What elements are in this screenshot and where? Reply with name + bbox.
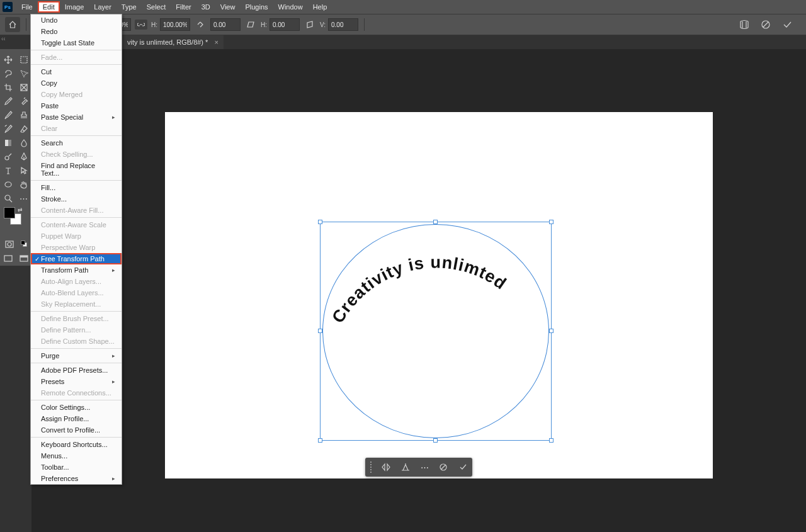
menu-item[interactable]: Cut (31, 66, 122, 77)
quick-mask-icon[interactable] (1, 238, 17, 251)
cancel-transform-icon[interactable] (436, 460, 450, 474)
transform-handle[interactable] (433, 438, 438, 443)
svg-point-10 (5, 156, 9, 160)
menu-image[interactable]: Image (60, 1, 89, 13)
menu-item[interactable]: Toolbar... (31, 461, 122, 473)
panel-collapse-icon[interactable]: ‹‹ (1, 35, 6, 42)
transform-handle[interactable] (549, 438, 553, 443)
marquee-tool-icon[interactable] (16, 53, 31, 67)
svg-line-11 (9, 154, 11, 156)
menu-item[interactable]: ✓Free Transform Path (31, 253, 122, 264)
menu-item[interactable]: Stroke... (31, 193, 122, 205)
menu-item[interactable]: Search (31, 137, 122, 149)
screen-mode-menu-icon[interactable] (16, 252, 31, 266)
gradient-tool-icon[interactable] (0, 136, 16, 150)
menu-item[interactable]: Transform Path▸ (31, 264, 122, 276)
commit-icon[interactable] (781, 18, 793, 31)
drag-handle-icon[interactable] (370, 461, 374, 473)
zoom-tool-icon[interactable] (0, 191, 16, 205)
menu-type[interactable]: Type (116, 1, 142, 13)
shape-tool-icon[interactable] (0, 178, 16, 191)
path-select-tool-icon[interactable] (16, 164, 31, 178)
menu-item[interactable]: Menus... (31, 450, 122, 461)
hand-tool-icon[interactable] (16, 178, 31, 191)
menu-plugins[interactable]: Plugins (240, 1, 273, 13)
menu-select[interactable]: Select (142, 1, 171, 13)
dodge-tool-icon[interactable] (0, 150, 16, 164)
transform-handle[interactable] (549, 220, 553, 224)
skewv-field[interactable]: V: (320, 18, 358, 31)
transform-handle[interactable] (433, 220, 438, 224)
foreground-color[interactable] (4, 207, 15, 218)
eraser-tool-icon[interactable] (16, 122, 31, 136)
menu-item[interactable]: Keyboard Shortcuts... (31, 439, 122, 450)
home-icon[interactable] (5, 17, 20, 32)
menu-filter[interactable]: Filter (171, 1, 196, 13)
menu-file[interactable]: File (16, 1, 38, 13)
menu-item[interactable]: Redo (31, 26, 122, 37)
color-swatches[interactable]: ⇄ (0, 205, 31, 227)
quick-select-tool-icon[interactable] (16, 67, 31, 81)
flip-horizontal-icon[interactable] (379, 460, 393, 474)
more-options-icon[interactable]: ⋯ (417, 460, 431, 474)
brush-tool-icon[interactable] (0, 108, 16, 122)
menu-help[interactable]: Help (308, 1, 332, 13)
crop-tool-icon[interactable] (0, 81, 16, 94)
menu-item[interactable]: Adobe PDF Presets... (31, 365, 122, 376)
commit-transform-icon[interactable] (456, 460, 470, 474)
type-tool-icon[interactable] (0, 164, 16, 178)
menu-item[interactable]: Color Settings... (31, 402, 122, 413)
menu-layer[interactable]: Layer (89, 1, 116, 13)
rotate-field[interactable] (210, 18, 241, 31)
menu-item[interactable]: Convert to Profile... (31, 424, 122, 436)
canvas-area[interactable]: Creativity is unlimted ⋯ (31, 49, 806, 532)
default-colors-icon[interactable] (21, 241, 27, 247)
frame-tool-icon[interactable] (16, 81, 31, 94)
menu-item[interactable]: Preferences▸ (31, 473, 122, 484)
menu-window[interactable]: Window (273, 1, 308, 13)
document-tab[interactable]: vity is unlimted, RGB/8#) * × (127, 38, 219, 46)
h-field[interactable]: H: (151, 18, 190, 31)
warp-icon[interactable] (738, 18, 751, 31)
menu-item[interactable]: Paste Special▸ (31, 111, 122, 123)
rotate-input[interactable] (210, 18, 241, 31)
screen-mode-icon[interactable] (0, 252, 16, 266)
menu-item[interactable]: Toggle Last State (31, 37, 122, 48)
menu-item[interactable]: Presets▸ (31, 376, 122, 387)
h-input[interactable] (160, 18, 190, 31)
menu-view[interactable]: View (215, 1, 241, 13)
transform-handle[interactable] (318, 438, 322, 443)
blur-tool-icon[interactable] (16, 136, 31, 150)
link-icon[interactable] (135, 20, 147, 30)
transform-handle[interactable] (318, 220, 322, 224)
close-tab-icon[interactable]: × (214, 38, 218, 46)
stamp-tool-icon[interactable] (16, 108, 31, 122)
move-tool-icon[interactable] (0, 53, 16, 67)
menu-edit[interactable]: Edit (38, 1, 60, 13)
lasso-tool-icon[interactable] (0, 67, 16, 81)
history-brush-tool-icon[interactable] (0, 122, 16, 136)
transform-handle[interactable] (549, 329, 553, 333)
edit-toolbar-icon[interactable]: ⋯ (16, 191, 31, 205)
menu-item[interactable]: Purge▸ (31, 350, 122, 361)
menu-item[interactable]: Assign Profile... (31, 413, 122, 424)
reference-point-toggle-icon[interactable] (399, 460, 412, 474)
skewv-input[interactable] (328, 18, 358, 31)
menu-item[interactable]: Undo (31, 14, 122, 26)
swap-colors-icon[interactable]: ⇄ (18, 207, 23, 213)
menu-item[interactable]: Fill... (31, 182, 122, 193)
healing-tool-icon[interactable] (16, 94, 31, 108)
menu-item[interactable]: Paste (31, 100, 122, 111)
menu-item[interactable]: Find and Replace Text... (31, 160, 122, 179)
pen-tool-icon[interactable] (16, 150, 31, 164)
menu-item[interactable]: Copy (31, 77, 122, 89)
transform-handle[interactable] (318, 329, 322, 333)
svg-point-13 (5, 195, 10, 200)
transform-bounding-box[interactable] (320, 222, 552, 441)
cancel-icon[interactable] (759, 18, 772, 31)
artboard[interactable]: Creativity is unlimted (165, 112, 713, 478)
skewh-input[interactable] (270, 18, 300, 31)
skewh-field[interactable]: H: (261, 18, 300, 31)
menu-3d[interactable]: 3D (196, 1, 215, 13)
eyedropper-tool-icon[interactable] (0, 94, 16, 108)
